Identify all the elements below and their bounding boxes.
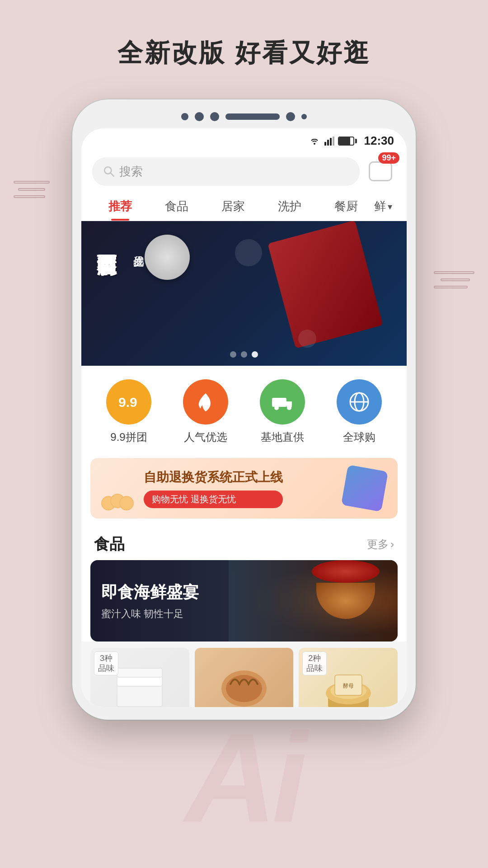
sensor-bar (225, 113, 280, 120)
promo-tag: 购物无忧 退换货无忧 (144, 491, 283, 508)
decorative-lines-right (434, 271, 474, 293)
ai-text: Ai (185, 714, 303, 841)
sensor-dot (181, 113, 188, 120)
sensor-dot-camera (195, 112, 204, 121)
banner-dot-3 (252, 351, 258, 358)
quick-item-global[interactable]: 全球购 (337, 379, 382, 444)
promo-banner[interactable]: 自助退换货系统正式上线 购物无忧 退换货无忧 (90, 458, 398, 519)
search-icon (103, 165, 115, 177)
banner-dot-2 (241, 351, 247, 358)
food-section-header: 食品 更多 › (81, 523, 407, 560)
svg-text:酵母: 酵母 (343, 683, 354, 689)
svg-rect-18 (117, 668, 162, 677)
headline: 全新改版 好看又好逛 (0, 0, 488, 71)
quick-icon-circle-group-buy: 9.9 (106, 379, 151, 425)
quick-item-popular[interactable]: 人气优选 (183, 379, 228, 444)
svg-rect-0 (324, 142, 326, 146)
fire-icon (193, 390, 218, 414)
food-banner-title: 即食海鲜盛宴 (101, 581, 199, 604)
category-item-home[interactable]: 居家 (205, 194, 262, 221)
quick-icons-section: 9.9 9.9拼团 人气优选 (81, 366, 407, 453)
category-nav: 推荐 食品 居家 洗护 餐厨 鲜 ▾ (81, 189, 407, 221)
food-banner-text: 即食海鲜盛宴 蜜汁入味 韧性十足 (90, 572, 210, 630)
food-section-more[interactable]: 更多 › (367, 537, 394, 552)
banner-red-box-decor (267, 221, 383, 349)
phone-screen: 12:30 搜索 99+ 推荐 (81, 128, 407, 707)
quick-label-direct: 基地直供 (261, 430, 304, 444)
signal-icon (324, 137, 334, 146)
wifi-icon (308, 137, 321, 146)
category-item-kitchen[interactable]: 餐厨 (318, 194, 374, 221)
product-variety-badge-cake: 3种品味 (94, 651, 118, 675)
sensor-dot-small (301, 114, 307, 119)
svg-point-9 (287, 406, 291, 410)
category-item-recommend[interactable]: 推荐 (92, 194, 149, 221)
quick-icon-circle-direct (260, 379, 305, 425)
globe-icon (347, 390, 371, 414)
decorative-lines-left (14, 181, 50, 203)
message-icon-wrap[interactable]: 99+ (365, 156, 396, 187)
ai-watermark: Ai (185, 714, 303, 841)
message-bubble (369, 161, 392, 181)
quick-label-global: 全球购 (343, 430, 375, 444)
category-more[interactable]: 鲜 ▾ (374, 194, 396, 221)
svg-rect-7 (272, 398, 286, 407)
chicken-svg (212, 661, 276, 707)
status-bar: 12:30 (81, 128, 407, 151)
category-item-care[interactable]: 洗护 (261, 194, 318, 221)
food-section-title: 食品 (94, 534, 125, 555)
sensor-dot-2 (286, 112, 295, 121)
truck-icon (270, 390, 295, 414)
promo-title: 自助退换货系统正式上线 (144, 469, 283, 486)
product-card-chicken[interactable]: 直降 无骨鸭掌 (195, 648, 294, 707)
group-buy-icon: 9.9 (117, 390, 141, 414)
product-image-cake: 3种品味 爆款 (90, 648, 189, 707)
quick-icon-circle-global (337, 379, 382, 425)
chevron-down-icon: ▾ (388, 201, 392, 212)
promo-content: 自助退换货系统正式上线 购物无忧 退换货无忧 (144, 469, 283, 508)
category-item-food[interactable]: 食品 (149, 194, 205, 221)
sensor-dot-speaker (210, 112, 219, 121)
search-bar[interactable]: 搜索 (92, 157, 360, 186)
phone-mockup: 12:30 搜索 99+ 推荐 (72, 99, 416, 720)
message-badge: 99+ (378, 152, 399, 164)
search-bar-wrap: 搜索 99+ (81, 151, 407, 189)
status-time: 12:30 (364, 134, 394, 148)
quick-icon-circle-popular (183, 379, 228, 425)
banner-dots (230, 351, 258, 358)
hero-banner[interactable]: 圆满中秋汇百香 月下佳人 岁岁品优选 (81, 221, 407, 366)
svg-point-15 (120, 496, 133, 510)
banner-circle-2 (298, 330, 316, 348)
banner-dot-1 (230, 351, 236, 358)
promo-coins-decor (99, 490, 136, 514)
quick-item-direct[interactable]: 基地直供 (260, 379, 305, 444)
svg-text:9.9: 9.9 (118, 395, 137, 410)
product-card-cake[interactable]: 3种品味 爆款 雪域芝士蛋糕 (90, 648, 189, 707)
quick-label-popular: 人气优选 (184, 430, 227, 444)
food-banner-subtitle: 蜜汁入味 韧性十足 (101, 607, 199, 621)
status-icons (308, 137, 357, 146)
food-bowl-decor (316, 569, 384, 632)
product-grid: 3种品味 爆款 雪域芝士蛋糕 (81, 642, 407, 707)
svg-rect-16 (117, 684, 162, 707)
quick-label-group-buy: 9.9拼团 (110, 430, 147, 444)
phone-sensor-bar (81, 112, 407, 121)
product-image-chicken: 直降 (195, 648, 294, 707)
promo-box-decor (341, 465, 388, 512)
search-placeholder: 搜索 (119, 164, 143, 179)
product-card-bread[interactable]: 2种品味 酵母 天然酵母面包 (299, 648, 398, 707)
svg-point-8 (274, 406, 279, 410)
chevron-right-icon: › (390, 538, 394, 551)
svg-rect-2 (330, 138, 332, 146)
quick-item-group-buy[interactable]: 9.9 9.9拼团 (106, 379, 151, 444)
banner-circle-1 (235, 239, 262, 266)
battery-icon (338, 137, 357, 146)
product-image-bread: 2种品味 酵母 (299, 648, 398, 707)
svg-rect-1 (327, 140, 329, 146)
svg-rect-3 (333, 137, 334, 146)
food-banner[interactable]: 即食海鲜盛宴 蜜汁入味 韧性十足 (90, 560, 398, 642)
product-variety-badge-bread: 2种品味 (302, 651, 327, 675)
banner-plate-decor (145, 235, 190, 280)
svg-line-5 (111, 173, 114, 176)
